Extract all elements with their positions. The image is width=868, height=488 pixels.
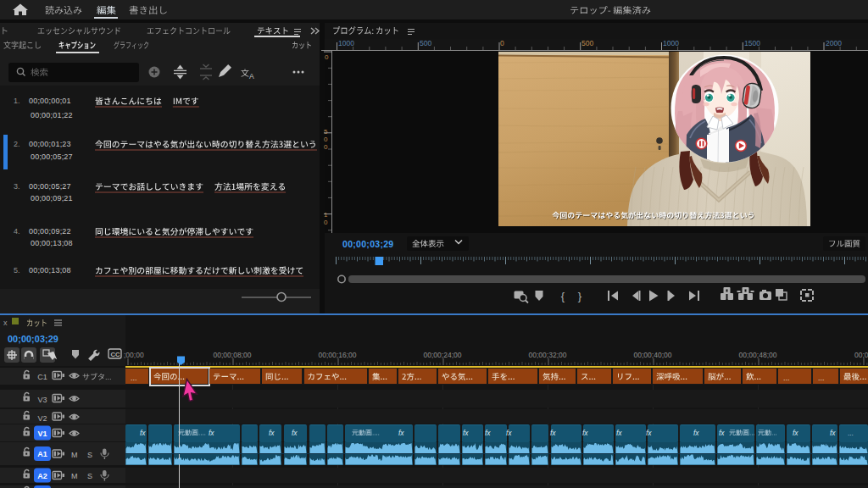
- svg-text:}: }: [578, 290, 582, 302]
- svg-text:CC: CC: [111, 351, 120, 358]
- svg-text:M: M: [71, 451, 78, 459]
- svg-text:A2: A2: [37, 472, 47, 480]
- svg-text:...: ...: [131, 374, 137, 382]
- svg-text:...: ...: [848, 430, 854, 437]
- svg-text:S: S: [87, 472, 92, 480]
- svg-text:...: ...: [818, 374, 825, 382]
- svg-text:C1: C1: [37, 373, 47, 381]
- svg-text:{: {: [561, 290, 565, 302]
- svg-text:...: ...: [783, 374, 790, 382]
- svg-text:V2: V2: [37, 414, 47, 423]
- svg-text:V3: V3: [37, 396, 47, 404]
- svg-text:M: M: [71, 472, 78, 480]
- svg-text:V1: V1: [37, 430, 47, 438]
- svg-text:S: S: [87, 451, 92, 459]
- svg-text:A: A: [249, 72, 254, 80]
- svg-text:A1: A1: [37, 450, 47, 458]
